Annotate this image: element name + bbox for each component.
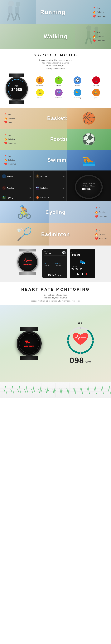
walking-icon-circle: 🚶 — [92, 76, 100, 84]
steps-header: STEPS 34680 — [71, 252, 94, 257]
cycling-km-icon: 📍 — [95, 206, 98, 210]
skipping-mode-label: Skipping — [40, 175, 47, 177]
calories-icon: 🔥 — [93, 11, 96, 14]
badminton-label: badminton — [55, 97, 62, 99]
badminton-mode-icon: 🏸 — [35, 186, 39, 190]
basketball-mode-label: Basketball — [40, 196, 49, 198]
mode-running: 🏃 Running ▶ — [0, 182, 33, 194]
svg-rect-3 — [15, 7, 19, 14]
badminton-stat-heart: ❤️ Heart rate — [95, 237, 107, 240]
cycling-sport-icon: 🚴 — [16, 205, 32, 220]
skipping-mode-icon: 🏃 — [35, 174, 39, 178]
location-icon-w: 📍 — [93, 31, 96, 34]
walking-stat-km: 📍 Km — [93, 31, 106, 34]
training-timer: 00:34:00 — [44, 273, 66, 276]
timer-stats-row2: 2345cal 098bpm — [83, 185, 95, 187]
running-section: Running 📍 Km 🔥 Calories ❤️ Heart rate — [0, 0, 111, 24]
cycling-bg: 🚴 — [0, 201, 49, 223]
cycling-calories-icon: 🔥 — [95, 211, 98, 214]
training-stats-grid: 23450 23.45km 2345cal 098bpm — [44, 262, 66, 266]
football-stats: 📍 Km 🔥 Calories ❤️ Heart rate — [0, 134, 16, 145]
cycling-label: Cycling — [45, 209, 66, 215]
timer-controls: ▶ ⏸ ⏹ — [71, 272, 94, 276]
sport-swimming: 🏊 swimming — [74, 89, 81, 99]
running-mode-label: Running — [7, 187, 14, 189]
running-silhouette-svg — [0, 0, 28, 21]
watch-progress-arc — [8, 79, 25, 98]
football-stat-km: 📍 Km — [4, 134, 16, 137]
swimming-stat-heart: ❤️ Heart rate — [4, 162, 16, 166]
cycling-mode-label: Cycling — [7, 196, 13, 198]
watch-face: STEPS 34680 — [5, 77, 28, 100]
bpm-large-value: 098 — [70, 356, 84, 365]
training-stat3: 2345cal — [44, 265, 55, 266]
football-km-icon: 📍 — [4, 134, 7, 137]
hr-watch-band-bottom — [19, 272, 36, 275]
timer-stat2: 23.45km — [89, 183, 95, 184]
play-button[interactable]: ▶ — [77, 272, 79, 276]
badminton-heart-icon: ❤️ — [95, 237, 98, 240]
sports-row-1: 🏀 basketball 🏃 skipping ⚽ football 🚶 wal… — [30, 76, 106, 86]
swimming-icon-circle: 🏊 — [74, 89, 81, 96]
running-mode-arrow: ▶ — [29, 187, 31, 190]
training-header: SPORT Training ⚽ — [44, 251, 66, 256]
sport-running: 🏃 running — [36, 89, 44, 99]
mode-walking: 🚶 Walking ▶ — [0, 170, 33, 182]
swimming-sport-icon: 🏊 — [82, 154, 96, 166]
sports-icons-grid: 🏀 basketball 🏃 skipping ⚽ football 🚶 wal… — [30, 76, 106, 101]
swimming-label: swimming — [74, 97, 81, 99]
hr-bpm-display: 098BPM — [23, 263, 32, 266]
svg-point-0 — [8, 0, 14, 6]
sport-training-section: 098BPM SPORT Training ⚽ 23450 23.45km 23… — [0, 246, 111, 282]
swimming-stat-calories: 🔥 Calories — [4, 158, 16, 162]
timer-header: TIMER 00:00:34 — [71, 266, 94, 270]
svg-line-6 — [15, 14, 17, 20]
football-calories-icon: 🔥 — [4, 138, 7, 141]
mode-basketball: 🏀 Basketball ▶ — [33, 194, 67, 201]
watch-band-bottom — [9, 100, 24, 104]
stop-button[interactable]: ⏹ — [85, 272, 88, 276]
hr-watch-face: 098BPM — [17, 252, 38, 272]
svg-line-5 — [12, 14, 14, 20]
basketball-sport-icon: 🏀 — [82, 112, 96, 125]
heart-rate-watch: 098BPM — [16, 249, 40, 278]
walking-mode-icon: 🚶 — [2, 174, 6, 178]
mode-cycling: 🚴 Cycling ▶ — [0, 194, 33, 201]
sport-basketball: 🏀 basketball — [36, 76, 44, 86]
sports-modes-description: It supports multiple daily movement patt… — [5, 59, 106, 70]
cycling-mode-icon: 🚴 — [2, 196, 6, 200]
bball-calories-icon: 🔥 — [4, 117, 7, 120]
running-stat-km: 📍 Km — [93, 6, 106, 10]
sports-modes-section: 8 SPORTS MODES It supports multiple dail… — [0, 49, 111, 108]
timer-label: TIMER — [71, 266, 94, 267]
pause-button[interactable]: ⏸ — [81, 272, 84, 276]
bball-stat-heart: ❤️ Heart rate — [4, 121, 16, 124]
badminton-label: Badminton — [41, 232, 70, 237]
hr-watch-band-top — [19, 249, 36, 252]
steps-shoe-icon: 👟 — [71, 258, 94, 264]
football-section: 📍 Km 🔥 Calories ❤️ Heart rate Football ⚽ — [0, 129, 111, 150]
cycling-section: 🚴 📍 Km 🔥 Calories ❤️ Heart rate Cycling — [0, 201, 111, 223]
swimming-section: 📍 Km 🔥 Calories ❤️ Heart rate Swimming 🏊 — [0, 150, 111, 170]
training-stat4: 098bpm — [55, 265, 66, 266]
bball-stat-km: 📍 Km — [4, 113, 16, 116]
timer-stats-row1: 23450 23.45km — [83, 183, 95, 184]
black-watch-band-bottom — [20, 356, 38, 360]
watch-ring — [19, 334, 39, 354]
bball-km-icon: 📍 — [4, 113, 7, 116]
sport-skipping: 🏃 skipping — [55, 76, 63, 86]
sport-badminton: 🏸 badminton — [55, 89, 63, 99]
sport-value: Training — [44, 252, 51, 254]
hr-label: HR — [78, 322, 83, 325]
black-watch-container: 098BPM — [17, 327, 42, 360]
badminton-calories-icon: 🔥 — [95, 233, 98, 236]
running-label: Running — [40, 9, 66, 15]
heart-icon: ❤️ — [93, 15, 96, 18]
football-icon-circle: ⚽ — [74, 76, 81, 84]
badminton-icon-circle: 🏸 — [55, 89, 63, 96]
svg-line-7 — [18, 14, 20, 19]
pulse-wave-svg — [24, 258, 32, 263]
walking-label: Walking — [44, 33, 68, 40]
hr-graph-section — [0, 382, 111, 398]
svg-line-13 — [90, 38, 92, 44]
